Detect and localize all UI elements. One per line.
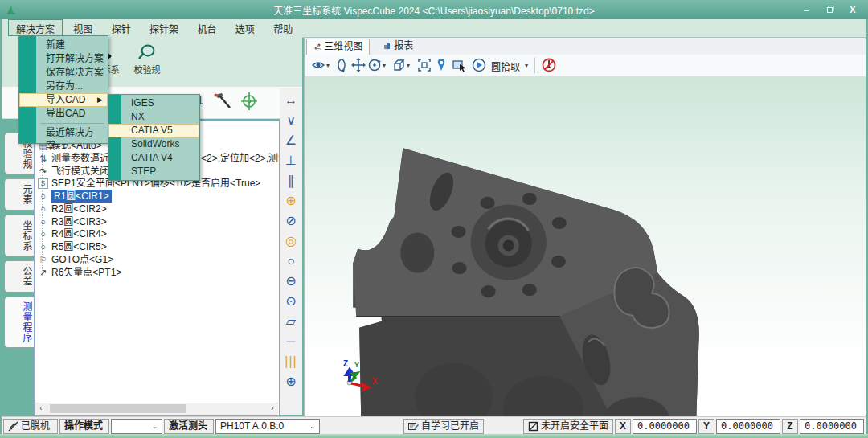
vector-point-icon: ↗	[38, 266, 48, 279]
menu-item-save-as[interactable]: 另存为...	[19, 80, 108, 93]
tree-row-circle-3[interactable]: ○ R3圆<CIR3>	[38, 215, 277, 228]
pan-icon[interactable]	[351, 58, 366, 72]
scroll-right-arrow[interactable]: ›	[267, 403, 278, 414]
menu-solution[interactable]: 解决方案	[8, 19, 63, 36]
menu-item-save-solution[interactable]: 保存解决方案	[19, 66, 108, 80]
submenu-item-step[interactable]: STEP	[108, 165, 199, 178]
menu-probe[interactable]: 探针	[104, 19, 139, 36]
true-position-icon[interactable]: ⊕	[280, 373, 302, 391]
tree-row-goto-point[interactable]: ⚐ GOTO点<G1>	[38, 253, 277, 266]
menu-probe-rack[interactable]: 探针架	[141, 19, 186, 36]
orbit-dropdown-caret[interactable]: ▾	[383, 62, 386, 76]
tree-row-circle-2[interactable]: ○ R2圆<CIR2>	[38, 203, 277, 215]
runout-icon[interactable]: ⊙	[280, 293, 302, 310]
three-d-viewport[interactable]: Z Y X	[305, 76, 866, 416]
scrollbar-thumb[interactable]	[50, 404, 186, 413]
menu-view[interactable]: 视图	[65, 19, 100, 36]
solution-menu-popup: 新建 打开解决方案 保存解决方案 另存为... 导入CAD▶ 导出CAD 最近解…	[18, 35, 108, 144]
menu-help[interactable]: 帮助	[265, 19, 301, 36]
angle-icon[interactable]: ∨	[280, 112, 302, 129]
menu-item-new[interactable]: 新建	[19, 39, 107, 52]
axis-z-value: 0.0000000	[800, 419, 864, 434]
submenu-item-iges[interactable]: IGES	[108, 96, 199, 110]
symmetry-circle-icon[interactable]: ⊖	[280, 272, 302, 290]
perpendicularity-icon[interactable]: ⊥	[280, 152, 302, 170]
menu-item-import-cad[interactable]: 导入CAD▶	[19, 93, 108, 107]
tab-report[interactable]: 报表	[377, 39, 420, 54]
close-button[interactable]: X	[842, 3, 863, 16]
gauge-check-button[interactable]: 校验规	[129, 43, 166, 76]
distance-icon[interactable]: ↔	[280, 92, 302, 109]
measurement-tool-strip: ↔ ∨ ∠ ⊥ ∥ ⊕ ⊘ ◎ ○ ⊖ ⊙ ▱ ─ ||| ⊕	[280, 88, 302, 415]
play-icon[interactable]	[472, 58, 486, 72]
operation-mode-dropdown[interactable]: ⌄	[111, 419, 162, 434]
cube-dropdown-caret[interactable]: ▾	[407, 62, 410, 76]
fly-mode-icon: ↷	[38, 165, 48, 178]
tab-tolerance[interactable]: 公差	[4, 260, 34, 293]
menu-item-open-solution[interactable]: 打开解决方案	[19, 52, 108, 66]
fit-view-icon[interactable]	[417, 58, 432, 72]
tree-horizontal-scrollbar[interactable]: ‹ ›	[35, 403, 278, 415]
active-probe-dropdown[interactable]: PH10T A:0,B:0⌄	[215, 419, 320, 434]
magnifier-icon	[137, 43, 158, 61]
axis-x-value: 0.0000000	[633, 419, 697, 434]
axis-triad: Z Y X	[338, 355, 382, 394]
tree-row-circle-1[interactable]: ○ R1圆<CIR1>	[38, 190, 277, 203]
triad-x-label: X	[372, 377, 378, 386]
tree-row-circle-4[interactable]: ○ R4圆<CIR4>	[38, 227, 277, 240]
import-cad-submenu: IGES NX CATIA V5 SolidWorks CATIA V4 STE…	[108, 94, 200, 181]
axis-x-label: X	[615, 419, 631, 434]
triad-z-label: Z	[343, 359, 348, 368]
tab-coordinate-system[interactable]: 坐标系	[4, 215, 34, 256]
minimize-button[interactable]: –	[796, 3, 817, 16]
view-panel: 三维视图 报表 ▾ ▾ ▾ 圆拾取 ▾	[304, 37, 866, 417]
menu-item-export-cad[interactable]: 导出CAD	[19, 107, 108, 121]
safety-plane-off-icon	[528, 421, 538, 432]
submenu-item-solidworks[interactable]: SolidWorks	[108, 137, 199, 151]
submenu-item-catia-v4[interactable]: CATIA V4	[108, 151, 199, 165]
concentricity-icon[interactable]: ◎	[280, 232, 302, 250]
parallelism-icon[interactable]: ∥	[280, 172, 302, 190]
location-pin-icon[interactable]	[436, 58, 447, 72]
tab-3d-view[interactable]: 三维视图	[306, 39, 370, 55]
safety-plane-icon: S	[38, 178, 48, 189]
flatness-icon[interactable]: ▱	[280, 313, 302, 330]
offline-icon	[8, 421, 18, 432]
window-bottom-edge	[0, 434, 868, 438]
symmetry-icon[interactable]: |||	[280, 353, 302, 370]
straightness-icon[interactable]: ─	[280, 333, 302, 350]
submenu-item-nx[interactable]: NX	[108, 110, 199, 124]
report-icon	[383, 42, 391, 50]
orbit-icon[interactable]	[367, 58, 382, 72]
tab-elements[interactable]: 元素	[4, 178, 34, 211]
tree-row-circle-5[interactable]: ○ R5圆<CIR5>	[38, 240, 277, 253]
menu-machine[interactable]: 机台	[189, 19, 224, 36]
menu-separator	[40, 123, 104, 124]
position-icon[interactable]: ⊕	[280, 192, 302, 210]
probe-disabled-icon[interactable]	[541, 58, 557, 72]
tree-row-vector-point[interactable]: ↗ R6矢量点<PT1>	[38, 266, 277, 279]
hammer-icon[interactable]	[212, 92, 233, 111]
gauge-check-label: 校验规	[129, 63, 166, 76]
alignment-target-icon[interactable]	[240, 91, 259, 112]
submenu-item-catia-v5[interactable]: CATIA V5	[108, 124, 199, 137]
circle-pick-caret[interactable]: ▾	[525, 62, 528, 76]
three-d-view-icon	[313, 43, 321, 51]
angle-between-icon[interactable]: ∠	[280, 132, 302, 149]
cube-view-icon[interactable]	[391, 58, 406, 72]
safety-plane-status: 未开启安全平面	[523, 419, 613, 434]
menu-options[interactable]: 选项	[227, 19, 263, 36]
view-toolbar: ▾ ▾ ▾ 圆拾取 ▾	[305, 55, 866, 77]
circle-pick-button[interactable]: 圆拾取	[491, 59, 520, 74]
menu-item-recent-solutions[interactable]: 最近解决方案...	[19, 126, 108, 140]
coaxiality-icon[interactable]: ⊘	[280, 212, 302, 230]
rotate-view-icon[interactable]	[335, 58, 348, 72]
maximize-button[interactable]	[820, 3, 841, 16]
box-select-icon[interactable]	[452, 58, 468, 72]
roundness-icon[interactable]: ○	[280, 252, 302, 270]
circle-icon: ○	[38, 190, 48, 203]
tab-measure-program[interactable]: 测量程序	[4, 297, 34, 348]
visibility-eye-icon[interactable]	[311, 58, 326, 72]
scroll-left-arrow[interactable]: ‹	[35, 403, 47, 414]
eye-dropdown-caret[interactable]: ▾	[326, 62, 330, 76]
